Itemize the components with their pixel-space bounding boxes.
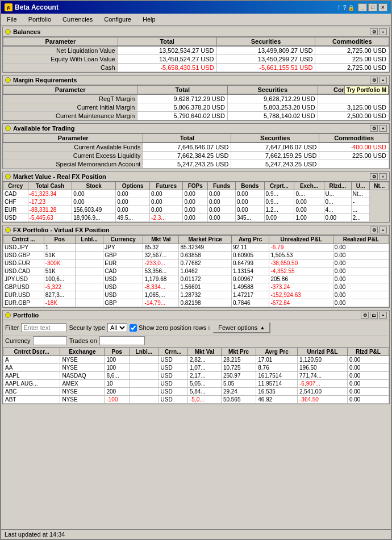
balances-title: Balances <box>13 28 40 35</box>
mv-col-fops: FOPs <box>183 182 208 190</box>
pt-col-crrn[interactable]: Crrn... <box>159 348 187 356</box>
menu-file[interactable]: File <box>3 15 20 24</box>
row-commodities: 2,500.00 USD <box>318 112 389 120</box>
maximize-button[interactable]: □ <box>368 3 377 11</box>
portfolio-header: Portfolio ⚙ 🗂 + <box>3 311 389 320</box>
row-securities: 5,247,243.25 USD <box>231 160 319 169</box>
menu-portfolio[interactable]: Portfolio <box>25 15 55 24</box>
row-label: Current Maintenance Margin <box>3 112 137 120</box>
minimize-button[interactable]: _ <box>358 3 367 11</box>
row-total: 5,790,640.02 USD <box>137 112 228 120</box>
row-commodities: 2,725.00 USD <box>315 46 389 55</box>
trades-on-input[interactable] <box>99 336 145 345</box>
market-value-scroll[interactable]: Crrcy Total Cash Stock Options Futures F… <box>3 182 389 222</box>
fx-plus-btn[interactable]: + <box>379 227 387 233</box>
portfolio-settings-btn[interactable]: ⚙ <box>361 312 369 319</box>
row-total: -5,658,430.51 USD <box>118 64 216 72</box>
fx-scroll[interactable]: Cntrct ... Pos Lnbl... Currency Mkt Val … <box>3 235 389 307</box>
balances-settings-btn[interactable]: ⚙ <box>370 28 378 35</box>
available-title: Available for Trading <box>13 125 74 132</box>
table-row: CHF -17.23 0.00 0.00 0.00 0.00 0.00 0.00… <box>3 198 389 206</box>
table-row: Net Liquidation Value 13,502,534.27 USD … <box>3 46 389 55</box>
fx-col-avrgprc: Avrg Prc <box>231 236 269 244</box>
menu-configure[interactable]: Configure <box>101 15 135 24</box>
fx-settings-btn[interactable]: ⚙ <box>370 227 378 233</box>
row-label: Equity With Loan Value <box>3 55 118 64</box>
balances-table: Parameter Total Securities Commodities N… <box>3 37 389 72</box>
row-label: Net Liquidation Value <box>3 46 118 55</box>
mv-col-bonds: Bonds <box>236 182 265 190</box>
balances-section: Balances ⚙ + Parameter Total Securities … <box>2 27 390 73</box>
mv-col-u: U... <box>351 182 370 190</box>
pt-col-contract[interactable]: Cntrct Dscr... <box>3 348 60 356</box>
table-row: EUR.GBP -18K GBP -14,79... 0.82198 0.784… <box>3 299 389 307</box>
table-row: USD.JPY 1 JPY 85.32 85.32349 92.11 -6.79… <box>3 244 389 252</box>
portfolio-plus-btn[interactable]: + <box>379 312 387 319</box>
available-settings-btn[interactable]: ⚙ <box>370 125 378 132</box>
fx-portfolio-header: FX Portfolio - Virtual FX Position ⚙ + <box>3 225 389 235</box>
main-window: β Beta Account ⊤ ? 🔒 _ □ ✕ File Portfoli… <box>0 0 392 540</box>
available-col-param: Parameter <box>3 134 143 143</box>
portfolio-table: Cntrct Dscr... Exchange Pos Lnbl... Crrn… <box>3 348 389 404</box>
pt-col-exchange[interactable]: Exchange <box>60 348 105 356</box>
trades-on-label: Trades on <box>69 337 97 344</box>
currency-input[interactable] <box>33 336 67 345</box>
mv-col-exch: Exch... <box>294 182 324 190</box>
table-row: Equity With Loan Value 13,450,524.27 USD… <box>3 55 389 64</box>
fewer-options-icon: ▲ <box>260 325 265 330</box>
row-label: Special Memorandum Account <box>3 160 143 169</box>
portfolio-config-btn[interactable]: 🗂 <box>370 312 378 319</box>
table-row: AAPL AUG... AMEX 10 USD 5,05... 5.05 11.… <box>3 380 389 388</box>
balances-col-securities: Securities <box>216 37 315 47</box>
balances-plus-btn[interactable]: + <box>379 28 387 35</box>
table-row: USD.GBP 51K GBP 32,567... 0.63858 0.6090… <box>3 252 389 259</box>
margin-col-param: Parameter <box>3 86 137 95</box>
security-type-select[interactable]: All <box>107 323 127 332</box>
pt-col-unrlzd[interactable]: Unrlzd P&L <box>298 348 348 356</box>
row-total: 7,662,384.25 USD <box>143 152 231 160</box>
pt-col-mktprc[interactable]: Mkt Prc <box>221 348 256 356</box>
filter-input[interactable] <box>21 323 66 332</box>
show-zero-icon: ℹ <box>208 325 210 331</box>
mv-plus-btn[interactable]: + <box>379 173 387 180</box>
row-commodities: 225.00 USD <box>319 152 389 160</box>
available-plus-btn[interactable]: + <box>379 125 387 132</box>
margin-plus-btn[interactable]: + <box>379 77 387 83</box>
table-row: Cash -5,658,430.51 USD -5,661,155.51 USD… <box>3 64 389 72</box>
fewer-options-button[interactable]: Fewer options ▲ <box>212 322 270 333</box>
menu-help[interactable]: Help <box>139 15 159 24</box>
table-row: Current Excess Liquidity 7,662,384.25 US… <box>3 152 389 160</box>
market-value-controls: ⚙ + <box>370 173 387 180</box>
margin-col-securities: Securities <box>228 86 318 95</box>
pt-col-mktval[interactable]: Mkt Val <box>187 348 221 356</box>
close-button[interactable]: ✕ <box>378 3 387 11</box>
pt-col-rlzd[interactable]: Rlzd P&L <box>347 348 389 356</box>
pt-col-pos[interactable]: Pos <box>105 348 130 356</box>
show-zero-checkbox[interactable] <box>130 324 137 332</box>
balances-controls: ⚙ + <box>370 28 387 35</box>
table-row: Current Initial Margin 5,806,378.20 USD … <box>3 103 389 112</box>
portfolio-filter-row2: Currency Trades on <box>3 336 389 348</box>
market-value-dot <box>5 174 11 179</box>
mv-settings-btn[interactable]: ⚙ <box>370 173 378 180</box>
mv-cad: CAD <box>3 190 28 198</box>
margin-settings-btn[interactable]: ⚙ <box>370 77 378 83</box>
pt-col-lnbl[interactable]: Lnbl... <box>130 348 159 356</box>
status-text: Last updated at 14:34 <box>5 531 65 538</box>
fx-col-mktprice: Market Price <box>179 236 232 244</box>
title-bar: β Beta Account ⊤ ? 🔒 _ □ ✕ <box>1 1 391 14</box>
mv-col-nt: Nt... <box>370 182 389 190</box>
table-row: EUR -88,331.28 156,603.49 0.00 0.00 0.00… <box>3 206 389 214</box>
pt-col-avrgprc[interactable]: Avrg Prc <box>256 348 298 356</box>
menu-bar: File Portfolio Currencies Configure Help <box>1 14 391 26</box>
row-total: 13,502,534.27 USD <box>118 46 216 55</box>
fewer-options-label: Fewer options <box>218 324 257 331</box>
available-col-total: Total <box>143 134 231 143</box>
try-portfolio-tooltip: Try Portfolio M <box>344 86 389 94</box>
portfolio-scroll[interactable]: Cntrct Dscr... Exchange Pos Lnbl... Crrn… <box>3 348 389 404</box>
title-bar-controls: ⊤ ? 🔒 _ □ ✕ <box>336 3 387 11</box>
menu-currencies[interactable]: Currencies <box>59 15 96 24</box>
row-commodities: 2,725.00 USD <box>315 64 389 72</box>
table-row: AAPL NASDAQ 8,6... USD 2,17... 250.97 16… <box>3 372 389 380</box>
table-row: Current Available Funds 7,646,646.07 USD… <box>3 143 389 152</box>
